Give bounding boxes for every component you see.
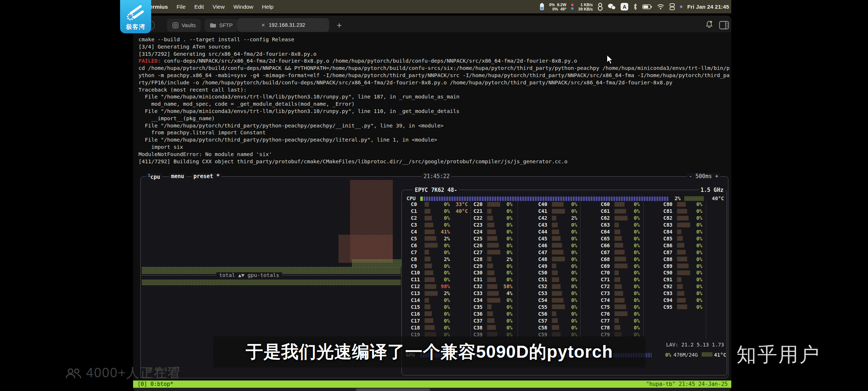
core-usage-pct: 0% <box>696 229 702 235</box>
core-usage-pct: 0% <box>444 270 450 276</box>
cpu-core-row: C3258% <box>473 283 512 290</box>
btop-preset-button[interactable]: preset * <box>192 173 221 180</box>
core-usage-sparkline <box>487 284 497 289</box>
core-usage-sparkline <box>425 264 432 268</box>
core-usage-pct: 2% <box>444 256 450 262</box>
core-usage-sparkline <box>614 209 626 214</box>
core-usage-pct: 0% <box>696 243 702 248</box>
wifi-icon[interactable] <box>657 4 664 9</box>
core-id: C72 <box>601 283 614 289</box>
new-tab-button[interactable]: + <box>333 19 346 32</box>
input-method-icon[interactable]: A <box>621 3 628 10</box>
core-id: C5 <box>411 236 424 241</box>
menu-item-file[interactable]: File <box>176 4 186 10</box>
cpu-core-row: C710% <box>601 276 640 283</box>
core-id: C41 <box>538 208 551 214</box>
menu-bar-clock[interactable]: Fri Jan 24 21:45 <box>687 4 729 10</box>
core-usage-pct: 98% <box>441 283 450 289</box>
core-usage-sparkline <box>487 298 500 303</box>
keyboard-maestro-icon[interactable] <box>597 3 603 11</box>
notifications-bell-icon[interactable] <box>705 20 714 31</box>
core-usage-pct: 0% <box>696 215 702 221</box>
cpu-core-row: C490% <box>538 262 577 269</box>
core-id: C50 <box>538 270 551 276</box>
cpu-core-row: C800% <box>663 201 702 208</box>
btop-update-interval[interactable]: - 500ms + <box>687 173 720 180</box>
cpu-core-row: C540% <box>538 297 577 304</box>
core-id: C4 <box>411 229 424 235</box>
cpu-core-row: C670% <box>601 249 640 256</box>
cpu-core-row: C860% <box>663 242 702 249</box>
core-usage-sparkline <box>425 223 433 227</box>
cpu-core-row: C890% <box>663 262 702 269</box>
core-usage-pct: 0% <box>634 249 640 255</box>
core-usage-pct: 0% <box>506 201 512 207</box>
battery-vertical-icon[interactable] <box>540 3 544 10</box>
cpu-core-row: C210% <box>473 208 512 215</box>
cpu-core-row: C580% <box>538 324 577 331</box>
purple-dot <box>680 5 682 8</box>
gpu-temp: 41°C <box>712 352 726 358</box>
core-usage-sparkline <box>487 318 494 323</box>
column-separator <box>471 201 471 339</box>
bluetooth-icon[interactable] <box>633 3 638 10</box>
terminal-output[interactable]: cmake --build . --target install --confi… <box>139 36 729 165</box>
active-session-tab[interactable]: ✕ 192.168.31.232 <box>237 18 329 32</box>
core-usage-sparkline <box>614 291 623 296</box>
core-id: C89 <box>663 263 676 269</box>
core-id: C60 <box>601 201 614 207</box>
cpu-model-label: EPYC 7K62 48- <box>413 187 459 193</box>
cpu-core-row: C770% <box>601 317 640 324</box>
core-id: C26 <box>473 243 486 248</box>
btop-tab-cpu[interactable]: 1cpu <box>146 173 162 180</box>
core-id: C94 <box>663 297 676 303</box>
network-readout[interactable]: 1 KB/s 39 KB/s <box>578 3 593 11</box>
graph-divider-label[interactable]: total ▲▼ gpu-totals <box>216 272 282 278</box>
cpu-core-row: C180% <box>411 324 450 331</box>
power-readout[interactable]: 0% 8.2W 0% 49° <box>549 3 566 11</box>
core-id: C64 <box>601 229 614 235</box>
gpu-temp-sparkline <box>702 352 712 357</box>
geekerwan-badge-text: 极客湾 <box>126 23 145 33</box>
folder-icon <box>210 23 216 28</box>
core-id: C47 <box>538 249 551 255</box>
menu-item-edit[interactable]: Edit <box>194 4 204 10</box>
core-usage-sparkline <box>425 209 430 214</box>
window-manager-icon[interactable] <box>669 3 675 10</box>
geekerwan-badge: 极客湾 <box>120 0 151 33</box>
screen: Termius FileEditViewWindowHelp 0% 8.2W 0… <box>0 0 868 391</box>
core-usage-pct: 0% <box>444 249 450 255</box>
core-usage-pct: 0% <box>634 229 640 235</box>
menu-item-view[interactable]: View <box>213 4 225 10</box>
core-usage-pct: 0% <box>696 256 702 262</box>
cpu-core-row: C750% <box>601 304 640 311</box>
core-usage-sparkline <box>487 270 494 275</box>
cpu-core-row: C160% <box>411 310 450 317</box>
close-tab-icon[interactable]: ✕ <box>261 22 265 28</box>
core-usage-pct: 0% <box>571 304 577 310</box>
menu-item-help[interactable]: Help <box>262 4 273 10</box>
panel-toggle-icon[interactable] <box>719 21 729 31</box>
core-usage-pct: 2% <box>506 256 512 262</box>
menu-item-window[interactable]: Window <box>233 4 253 10</box>
battery-icon[interactable] <box>642 4 652 9</box>
cpu-core-row: C530% <box>538 290 577 297</box>
geekerwan-logo-icon <box>125 2 146 21</box>
cpu-core-row: C220% <box>473 215 512 222</box>
core-usage-pct: 0% <box>696 290 702 296</box>
vaults-button[interactable]: Vaults <box>167 19 201 32</box>
sftp-button[interactable]: SFTP <box>205 19 238 32</box>
core-usage-sparkline <box>614 325 620 330</box>
dock-hint <box>356 388 430 391</box>
core-id: C28 <box>473 256 486 262</box>
core-usage-sparkline <box>677 209 687 214</box>
core-usage-pct: 0% <box>634 270 640 276</box>
core-usage-sparkline <box>487 216 493 220</box>
cpu-core-row: C610% <box>601 208 640 215</box>
core-usage-pct: 0% <box>634 325 640 331</box>
core-id: C68 <box>601 256 614 262</box>
vaults-label: Vaults <box>182 22 196 28</box>
column-separator <box>580 201 580 339</box>
wechat-icon[interactable] <box>608 3 616 10</box>
btop-menu-button[interactable]: menu <box>169 173 186 180</box>
